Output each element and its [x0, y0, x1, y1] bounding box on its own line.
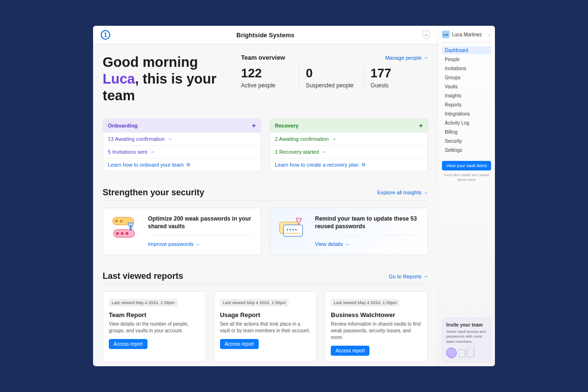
arrow-right-icon: →	[423, 274, 428, 279]
nav-integrations[interactable]: Integrations	[442, 110, 491, 118]
security-section-title: Strengthen your security	[103, 188, 204, 198]
svg-point-12	[290, 229, 291, 230]
nav-reports[interactable]: Reports	[442, 101, 491, 109]
recovery-add-button[interactable]: +	[419, 122, 423, 129]
report-timestamp: Last viewed May 4 2024, 1:39pm	[331, 299, 399, 307]
main-column: 1 Brightside Systems 0 Good morning Luca…	[93, 26, 438, 366]
nav-dashboard[interactable]: Dashboard	[442, 46, 491, 54]
access-report-button[interactable]: Access report	[109, 339, 147, 349]
recovery-title: Recovery	[275, 123, 299, 128]
access-report-button[interactable]: Access report	[331, 346, 369, 356]
view-vault-button[interactable]: View your vault items	[442, 161, 491, 170]
recovery-item-started[interactable]: 1 Recovery started→	[270, 145, 428, 158]
report-timestamp: Last viewed May 4 2024, 1:39pm	[109, 299, 178, 307]
recovery-learn-link[interactable]: Learn how to create a recovery plan⧉	[270, 158, 428, 171]
report-timestamp: Last viewed May 4 2024, 1:39pm	[220, 299, 289, 307]
reports-section-title: Last viewed reports	[103, 271, 183, 281]
user-name: Luca Martinez	[452, 32, 482, 37]
go-to-reports-link[interactable]: Go to Reports →	[389, 274, 428, 279]
external-link-icon: ⧉	[362, 162, 365, 168]
shield-icon[interactable]: 0	[422, 31, 430, 39]
onboarding-title: Onboarding	[108, 123, 137, 128]
nav-groups[interactable]: Groups	[442, 74, 491, 82]
content-area: Good morning Luca, this is your team Tea…	[93, 44, 438, 366]
report-card-usage: Last viewed May 4 2024, 1:39pm Usage Rep…	[214, 291, 317, 362]
nav-insights[interactable]: Insights	[442, 92, 491, 100]
insight-reused-passwords: Remind your team to update these 53 reus…	[270, 208, 428, 255]
greeting-name: Luca	[103, 71, 135, 86]
sidebar-nav: Dashboard People Invitations Groups Vaul…	[442, 46, 491, 154]
svg-point-5	[121, 232, 124, 235]
svg-rect-10	[284, 225, 303, 236]
weak-password-icon	[110, 215, 141, 242]
svg-point-1	[115, 220, 118, 222]
user-avatar: Lm	[442, 31, 450, 38]
nav-settings[interactable]: Settings	[442, 146, 491, 154]
greeting: Good morning Luca, this is your team	[103, 54, 227, 104]
external-link-icon: ⧉	[187, 162, 190, 168]
nav-activity-log[interactable]: Activity Log	[442, 119, 491, 127]
greeting-line1: Good morning	[103, 54, 198, 70]
arrow-right-icon: →	[195, 242, 200, 247]
sidebar: Lm Luca Martinez ⌄ Dashboard People Invi…	[438, 26, 495, 366]
onboarding-item-invitations[interactable]: 5 Invitations sent→	[103, 145, 261, 158]
arrow-right-icon: →	[332, 136, 336, 141]
arrow-right-icon: →	[168, 136, 172, 141]
team-overview: Team overview Manage people → 122 Active…	[241, 54, 428, 104]
onboarding-learn-link[interactable]: Learn how to onboard your team⧉	[103, 158, 261, 171]
team-overview-title: Team overview	[241, 54, 285, 61]
svg-point-14	[295, 229, 297, 230]
svg-point-6	[126, 232, 128, 235]
onboarding-card: Onboarding + 13 Awaiting confirmation→ 5…	[103, 118, 261, 171]
invite-team-box[interactable]: Invite your team Share vault access and …	[442, 318, 491, 362]
nav-people[interactable]: People	[442, 55, 491, 64]
report-card-team: Last viewed May 4 2024, 1:39pm Team Repo…	[103, 291, 206, 362]
report-card-watchtower: Last viewed May 4 2024, 1:39pm Business …	[325, 291, 428, 362]
nav-security[interactable]: Security	[442, 137, 491, 145]
arrow-right-icon: →	[423, 55, 428, 60]
stat-active: 122 Active people	[241, 66, 299, 89]
nav-invitations[interactable]: Invitations	[442, 64, 491, 73]
svg-point-4	[116, 232, 119, 235]
arrow-right-icon: →	[423, 190, 428, 195]
app-logo-icon: 1	[101, 30, 110, 40]
onboarding-item-awaiting[interactable]: 13 Awaiting confirmation→	[103, 132, 261, 145]
arrow-right-icon: →	[345, 242, 350, 247]
app-window: 1 Brightside Systems 0 Good morning Luca…	[93, 26, 495, 366]
view-details-link[interactable]: View details →	[315, 241, 350, 247]
svg-rect-17	[467, 348, 474, 357]
user-menu[interactable]: Lm Luca Martinez ⌄	[442, 31, 491, 42]
svg-rect-16	[459, 350, 465, 357]
svg-point-2	[120, 220, 123, 222]
access-report-button[interactable]: Access report	[220, 339, 259, 349]
arrow-right-icon: →	[150, 149, 155, 154]
recovery-item-awaiting[interactable]: 2 Awaiting confirmation→	[270, 132, 428, 145]
svg-point-8	[130, 229, 131, 230]
topbar: 1 Brightside Systems 0	[93, 26, 438, 44]
manage-people-link[interactable]: Manage people →	[385, 55, 428, 61]
stat-suspended: 0 Suspended people	[299, 66, 364, 89]
reused-password-icon	[277, 215, 308, 242]
nav-vaults[interactable]: Vaults	[442, 83, 491, 91]
recovery-card: Recovery + 2 Awaiting confirmation→ 1 Re…	[270, 118, 428, 171]
nav-billing[interactable]: Billing	[442, 128, 491, 136]
invite-illustration-icon	[446, 348, 487, 358]
arrow-right-icon: →	[322, 149, 326, 154]
insight-weak-passwords: Optimize 200 weak passwords in your shar…	[103, 208, 261, 255]
vault-hint: You'll find vaults and saved items here	[442, 173, 491, 183]
stat-guests: 177 Guests	[363, 66, 428, 89]
org-name: Brightside Systems	[236, 32, 294, 39]
improve-passwords-link[interactable]: Improve passwords →	[148, 241, 200, 247]
chevron-down-icon: ⌄	[487, 32, 491, 37]
explore-insights-link[interactable]: Explore all Insights →	[378, 190, 428, 195]
svg-point-11	[287, 229, 288, 230]
svg-point-13	[293, 229, 294, 230]
onboarding-add-button[interactable]: +	[252, 122, 256, 129]
